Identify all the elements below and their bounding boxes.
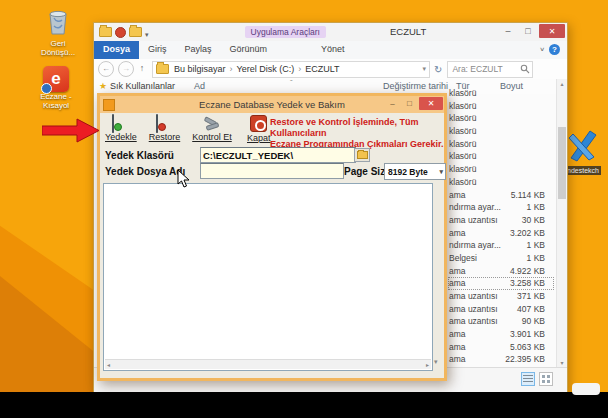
kontrol-et-button[interactable]: Kontrol Et — [192, 115, 232, 143]
file-row[interactable]: ndırma ayar...1 KB — [448, 239, 554, 252]
backup-folder-input[interactable] — [200, 147, 356, 163]
search-input[interactable] — [448, 64, 520, 74]
folder-icon[interactable] — [99, 27, 112, 37]
letterbox-bar — [0, 392, 608, 418]
page-size-value: 8192 Byte — [388, 167, 428, 177]
file-row[interactable]: klasörü — [448, 100, 554, 113]
window-controls — [499, 24, 565, 38]
ribbon-tabs: Dosya Giriş Paylaş Görünüm Yönet — [94, 41, 567, 60]
breadcrumb[interactable]: Bu bilgisayar Yerel Disk (C:) ECZULT — [152, 61, 430, 78]
recycle-bin-icon — [46, 8, 70, 39]
file-row[interactable]: klasörü — [448, 150, 554, 163]
breadcrumb-local-disk[interactable]: Yerel Disk (C:) — [235, 64, 304, 74]
tab-giris[interactable]: Giriş — [139, 41, 176, 59]
column-header-date[interactable]: Değiştirme tarihi — [383, 81, 448, 91]
file-row[interactable]: ama5.114 KB — [448, 189, 554, 202]
file-row[interactable]: ama5.063 KB — [448, 341, 554, 354]
forward-button[interactable] — [118, 61, 134, 77]
scroll-right-icon[interactable] — [426, 361, 429, 368]
search-box[interactable] — [447, 61, 533, 78]
file-row[interactable]: klasörü — [448, 87, 554, 100]
breadcrumb-eczult[interactable]: ECZULT — [303, 64, 345, 74]
sidebar-item-favorites[interactable]: Sık Kullanılanlar — [99, 81, 175, 91]
dialog-maximize-button[interactable] — [402, 97, 417, 110]
screen: Geri Dönüşü... e Eczane - Kısayol ndeste… — [0, 0, 608, 418]
file-row[interactable]: klasörü — [448, 176, 554, 189]
details-view-button[interactable] — [521, 372, 535, 386]
scrollbar-thumb[interactable] — [558, 127, 566, 199]
mouse-cursor — [177, 169, 190, 188]
dialog-toolbar: Yedekle Restore Kontrol Et Kapat — [105, 115, 274, 143]
shortcut-badge-icon — [41, 83, 52, 94]
backup-list-area[interactable] — [103, 183, 433, 371]
maximize-button[interactable] — [519, 24, 537, 38]
help-icon[interactable] — [549, 44, 560, 55]
refresh-icon[interactable] — [434, 64, 442, 75]
file-row[interactable]: ama3.202 KB — [448, 227, 554, 240]
scroll-left-icon[interactable] — [107, 361, 110, 368]
folder-icon[interactable] — [129, 27, 142, 37]
scroll-up-icon[interactable] — [557, 80, 567, 87]
up-button[interactable] — [136, 62, 148, 76]
tab-gorunum[interactable]: Görünüm — [221, 41, 277, 59]
star-icon — [99, 81, 107, 91]
tab-yonet[interactable]: Yönet — [312, 41, 354, 59]
file-row[interactable]: ama3.258 KB — [448, 277, 554, 290]
folder-icon — [156, 64, 169, 74]
file-row[interactable]: ama4.922 KB — [448, 265, 554, 278]
scroll-down-icon[interactable] — [434, 358, 438, 366]
dialog-titlebar: Eczane Database Yedek ve Bakım — [100, 96, 444, 113]
column-header-name[interactable]: Ad — [194, 81, 205, 91]
file-row[interactable]: ama uzantısı90 KB — [448, 315, 554, 328]
backup-folder-label: Yedek Klasörü — [105, 150, 174, 161]
recycle-bin-shortcut[interactable]: Geri Dönüşü... — [40, 8, 76, 57]
recycle-bin-label: Geri Dönüşü... — [41, 39, 75, 57]
folder-icon — [357, 151, 368, 159]
tab-paylas[interactable]: Paylaş — [176, 41, 221, 59]
browse-folder-button[interactable] — [354, 148, 370, 162]
back-button[interactable] — [98, 61, 114, 77]
restore-icon — [156, 115, 173, 131]
eczane-shortcut-label: Eczane - Kısayol — [40, 92, 72, 110]
breadcrumb-dropdown-icon[interactable] — [422, 65, 426, 73]
backup-icon — [112, 115, 129, 131]
page-size-select[interactable]: 8192 Byte — [384, 163, 446, 180]
eczane-shortcut[interactable]: e Eczane - Kısayol — [30, 66, 82, 110]
address-bar: Bu bilgisayar Yerel Disk (C:) ECZULT — [94, 59, 567, 80]
horizontal-scrollbar[interactable] — [105, 359, 431, 369]
close-button[interactable] — [539, 24, 565, 38]
contextual-tab-group: Uygulama Araçları — [245, 26, 326, 38]
power-close-icon — [250, 115, 267, 132]
vertical-scrollbar[interactable] — [556, 79, 567, 367]
dialog-body: Yedekle Restore Kontrol Et Kapat Restore… — [100, 113, 444, 378]
restore-button[interactable]: Restore — [149, 115, 181, 143]
file-row[interactable]: ama uzantısı407 KB — [448, 303, 554, 316]
file-row[interactable]: Belgesi1 KB — [448, 252, 554, 265]
qat-customize-icon[interactable] — [145, 23, 149, 41]
file-row[interactable]: ama22.395 KB — [448, 353, 554, 366]
backup-filename-input[interactable] — [200, 163, 344, 179]
yedekle-button[interactable]: Yedekle — [105, 115, 137, 143]
file-row[interactable]: klasörü — [448, 125, 554, 138]
dialog-minimize-button[interactable] — [385, 97, 400, 110]
ribbon-collapse-icon[interactable] — [539, 45, 545, 54]
file-row[interactable]: ama3.901 KB — [448, 328, 554, 341]
warning-text: Restore ve Kontrol İşleminde, Tüm Kullan… — [270, 117, 444, 150]
file-row[interactable]: klasörü — [448, 138, 554, 151]
dialog-close-button[interactable] — [419, 97, 443, 110]
backup-filename-label: Yedek Dosya Adı — [105, 166, 185, 177]
file-row[interactable]: ndırma ayar...1 KB — [448, 201, 554, 214]
scroll-down-icon[interactable] — [557, 359, 567, 366]
player-control-fragment — [572, 383, 600, 395]
qat-red-icon[interactable] — [115, 27, 126, 38]
breadcrumb-this-pc[interactable]: Bu bilgisayar — [172, 64, 235, 74]
file-row[interactable]: klasörü — [448, 112, 554, 125]
thumbnails-view-button[interactable] — [539, 372, 553, 386]
file-row[interactable]: ama uzantısı30 KB — [448, 214, 554, 227]
tab-dosya[interactable]: Dosya — [94, 41, 139, 59]
x-app-icon — [566, 128, 600, 166]
file-row[interactable]: ama uzantısı371 KB — [448, 290, 554, 303]
sort-ascending-icon — [290, 78, 293, 87]
file-row[interactable]: klasörü — [448, 163, 554, 176]
minimize-button[interactable] — [499, 24, 517, 38]
